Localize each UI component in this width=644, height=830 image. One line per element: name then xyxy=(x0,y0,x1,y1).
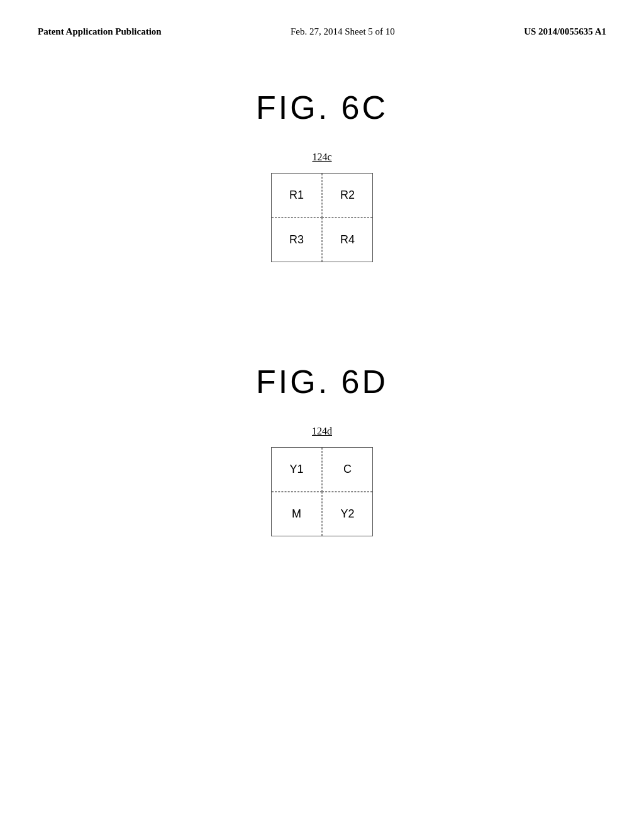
cell-y1: Y1 xyxy=(272,448,322,492)
cell-y2: Y2 xyxy=(322,492,372,536)
diagram-label-124d: 124d xyxy=(312,426,332,437)
patent-number: US 2014/0055635 A1 xyxy=(524,25,606,38)
figure-6d-section: FIG. 6D 124d Y1 C M Y2 xyxy=(0,350,644,574)
diagram-label-124c: 124c xyxy=(312,152,331,163)
page-header: Patent Application Publication Feb. 27, … xyxy=(0,0,644,51)
cell-r1: R1 xyxy=(272,174,322,218)
figure-6d-title: FIG. 6D xyxy=(256,363,388,401)
page: Patent Application Publication Feb. 27, … xyxy=(0,0,644,830)
cell-r3: R3 xyxy=(272,218,322,262)
main-content: FIG. 6C 124c R1 R2 R3 R4 FIG. 6D 124d Y1… xyxy=(0,51,644,574)
cell-r2: R2 xyxy=(322,174,372,218)
publication-label: Patent Application Publication xyxy=(38,25,162,38)
cell-c: C xyxy=(322,448,372,492)
figure-6c-title: FIG. 6C xyxy=(256,89,388,126)
grid-diagram-6c: R1 R2 R3 R4 xyxy=(271,173,373,262)
figure-6c-section: FIG. 6C 124c R1 R2 R3 R4 xyxy=(0,76,644,300)
cell-r4: R4 xyxy=(322,218,372,262)
sheet-info: Feb. 27, 2014 Sheet 5 of 10 xyxy=(291,25,395,38)
cell-m: M xyxy=(272,492,322,536)
grid-diagram-6d: Y1 C M Y2 xyxy=(271,447,373,536)
